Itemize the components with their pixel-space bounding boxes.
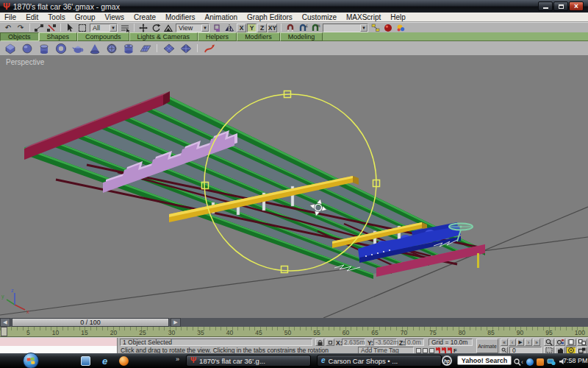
menu-item[interactable]: Tools: [48, 13, 65, 21]
box-primitive-icon[interactable]: [3, 42, 17, 54]
taskbar-clock[interactable]: 7:58 PM: [563, 357, 588, 364]
playback-previous-frame[interactable]: ‹: [509, 339, 516, 346]
playback-play[interactable]: ▶: [517, 339, 524, 346]
reference-coordinate-dropdown[interactable]: View▾: [176, 24, 209, 32]
schematic-view-icon[interactable]: [370, 24, 381, 32]
animate-button[interactable]: Animate: [476, 339, 498, 353]
use-pivot-center-icon[interactable]: [212, 24, 222, 32]
axis-button-xy[interactable]: XY: [268, 24, 277, 32]
menu-item[interactable]: Create: [134, 13, 156, 21]
tube-primitive-icon[interactable]: [121, 42, 135, 54]
network-icon[interactable]: [547, 355, 556, 368]
timeline-ruler[interactable]: 5101520253035404550556065707580859095100: [0, 327, 588, 337]
percent-snap-icon[interactable]: %: [310, 24, 320, 32]
playback-next-frame[interactable]: ›: [525, 339, 532, 346]
key-filter-key-icon[interactable]: [442, 347, 446, 353]
zoom-icon[interactable]: [544, 339, 554, 346]
mirror-icon[interactable]: [224, 24, 234, 32]
zoom-extents-all-icon[interactable]: [577, 339, 587, 346]
quick-launch-overflow-icon[interactable]: »: [176, 355, 179, 363]
named-selection-dropdown[interactable]: ▾: [323, 24, 368, 32]
axis-button-z[interactable]: Z: [257, 24, 267, 32]
geosphere-primitive-icon[interactable]: [104, 42, 118, 54]
title-bar[interactable]: Ψ 1870's flat car 36'.gmax - gmax ×: [0, 0, 588, 13]
torus-primitive-icon[interactable]: [54, 42, 68, 54]
menu-item[interactable]: Group: [75, 13, 96, 21]
zoom-extents-icon[interactable]: [566, 339, 576, 346]
z-coordinate-field[interactable]: 0.0m: [405, 339, 424, 346]
perspective-viewport[interactable]: Perspective: [0, 56, 588, 318]
menu-item[interactable]: Edit: [26, 13, 38, 21]
zoom-all-icon[interactable]: [555, 339, 565, 346]
redo-icon[interactable]: ↷: [15, 24, 26, 32]
flatcar-model[interactable]: [24, 91, 485, 279]
unlink-selection-icon[interactable]: [46, 24, 57, 32]
render-icon[interactable]: [395, 24, 406, 32]
angle-snap-icon[interactable]: ∠: [298, 24, 308, 32]
tri-patch-icon[interactable]: [179, 42, 193, 54]
tray-app-icon[interactable]: [537, 358, 544, 366]
minimize-button[interactable]: [538, 1, 553, 11]
undo-icon[interactable]: ↶: [3, 24, 13, 32]
close-button[interactable]: ×: [569, 1, 584, 11]
key-filter-cube-icon[interactable]: [423, 348, 428, 353]
taskbar-button-ie[interactable]: e Carson Car Shops • ...: [317, 355, 442, 367]
splines-icon[interactable]: [202, 42, 216, 54]
quick-launch-icon[interactable]: [119, 356, 129, 366]
tab-objects[interactable]: Objects: [0, 32, 39, 41]
playback-go-to-end[interactable]: »: [533, 339, 540, 346]
tab-helpers[interactable]: Helpers: [198, 32, 237, 41]
tab-compounds[interactable]: Compounds: [77, 32, 129, 41]
selection-filter-dropdown[interactable]: All▾: [90, 24, 118, 32]
menu-item[interactable]: Help: [390, 13, 406, 21]
menu-item[interactable]: Modifiers: [165, 13, 196, 21]
menu-item[interactable]: Views: [105, 13, 125, 21]
viewport-label[interactable]: Perspective: [6, 58, 44, 66]
tray-messenger-icon[interactable]: [526, 358, 534, 366]
plane-primitive-icon[interactable]: [138, 42, 152, 54]
cylinder-primitive-icon[interactable]: [37, 42, 51, 54]
key-filter-cube-icon[interactable]: [429, 348, 434, 353]
cone-primitive-icon[interactable]: [87, 42, 101, 54]
taskbar-button-gmax[interactable]: Ψ 1870's flat car 36'.g...: [186, 355, 311, 367]
maximize-button[interactable]: [553, 1, 568, 11]
rectangular-selection-region-icon[interactable]: [77, 24, 87, 32]
axis-button-y[interactable]: Y: [247, 24, 257, 32]
viewport-canvas[interactable]: x y z: [0, 56, 588, 318]
menu-item[interactable]: Graph Editors: [247, 13, 293, 21]
tab-lights-cameras[interactable]: Lights & Cameras: [129, 32, 198, 41]
search-icon[interactable]: [514, 356, 521, 368]
time-slider-track[interactable]: ◀ 0 / 100 ▶: [0, 318, 588, 327]
tab-modifiers[interactable]: Modifiers: [237, 32, 280, 41]
tab-shapes[interactable]: Shapes: [39, 32, 78, 41]
quad-patch-icon[interactable]: [162, 42, 176, 54]
select-object-icon[interactable]: [65, 24, 75, 32]
show-desktop-icon[interactable]: [81, 356, 90, 366]
maxscript-mini-listener-macro[interactable]: [0, 338, 118, 346]
material-editor-icon[interactable]: [383, 24, 393, 32]
time-slider-button[interactable]: 0 / 100: [12, 318, 169, 327]
sphere-primitive-icon[interactable]: [20, 42, 34, 54]
snap-toggle-icon[interactable]: [285, 24, 295, 32]
tray-expand-icon[interactable]: ‹: [521, 358, 523, 366]
absolute-offset-toggle-icon[interactable]: [326, 339, 334, 346]
select-by-name-icon[interactable]: [120, 24, 130, 32]
key-filter-key-icon[interactable]: [436, 347, 440, 353]
playback-go-to-start[interactable]: «: [501, 339, 508, 346]
axis-button-x[interactable]: X: [237, 24, 246, 32]
tab-modeling[interactable]: Modeling: [280, 32, 323, 41]
menu-item[interactable]: Animation: [205, 13, 237, 21]
start-button[interactable]: [23, 353, 39, 368]
frame-zero-marker[interactable]: [1, 327, 7, 336]
select-and-rotate-icon[interactable]: [151, 24, 161, 32]
selection-lock-icon[interactable]: [315, 339, 324, 346]
time-slider-next-icon[interactable]: ▶: [171, 318, 181, 327]
y-coordinate-field[interactable]: -3.502m: [373, 339, 397, 346]
select-and-link-icon[interactable]: [34, 24, 44, 32]
key-filter-cube-icon[interactable]: [416, 348, 421, 353]
menu-item[interactable]: File: [4, 13, 16, 21]
teapot-primitive-icon[interactable]: [71, 42, 85, 54]
x-coordinate-field[interactable]: 2.635m: [342, 339, 365, 346]
menu-item[interactable]: Customize: [302, 13, 337, 21]
key-filter-key-icon[interactable]: [448, 347, 452, 353]
